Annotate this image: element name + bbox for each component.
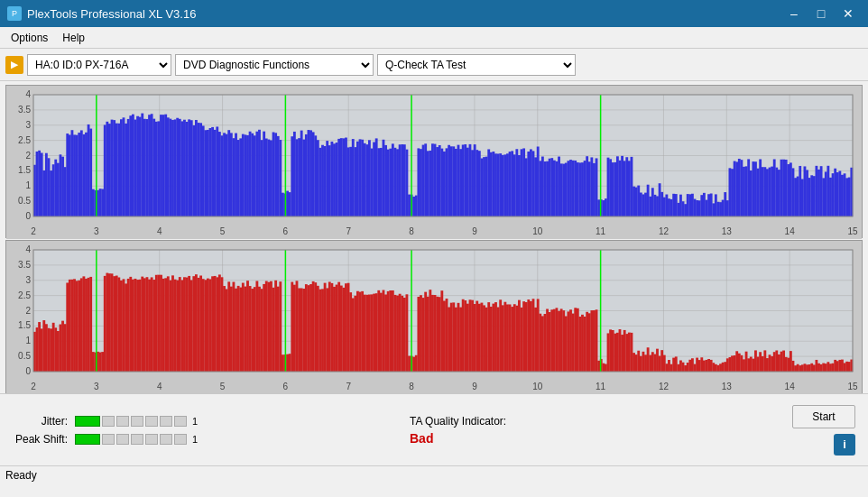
peak-shift-segment-filled <box>75 434 100 445</box>
jitter-bar: 1 <box>75 416 198 427</box>
peak-shift-seg-2 <box>102 434 115 445</box>
status-bar: Ready <box>0 465 868 483</box>
close-button[interactable]: ✕ <box>836 4 861 23</box>
jitter-seg-2 <box>102 416 115 427</box>
jitter-label: Jitter: <box>9 415 68 428</box>
menu-bar: Options Help <box>0 27 868 49</box>
peak-shift-seg-6 <box>160 434 172 445</box>
drive-select[interactable]: HA:0 ID:0 PX-716A <box>27 54 171 76</box>
bottom-chart-canvas <box>6 241 862 394</box>
app-icon: P <box>7 6 22 21</box>
start-button[interactable]: Start <box>792 405 855 428</box>
top-chart-canvas <box>6 86 862 239</box>
peak-shift-seg-3 <box>116 434 129 445</box>
jitter-value: 1 <box>192 416 198 427</box>
drive-selector-group: ▶ HA:0 ID:0 PX-716A <box>5 54 171 76</box>
peak-shift-row: Peak Shift: 1 <box>9 433 392 446</box>
minimize-button[interactable]: – <box>781 4 807 23</box>
drive-icon: ▶ <box>5 56 23 74</box>
info-button[interactable]: i <box>834 434 855 456</box>
ta-quality-label: TA Quality Indicator: <box>410 415 792 428</box>
ta-quality-section: TA Quality Indicator: Bad <box>392 415 792 446</box>
test-select[interactable]: Q-Check TA Test <box>377 54 576 76</box>
bottom-panel: Jitter: 1 Peak Shift: <box>0 393 868 465</box>
bottom-chart-container <box>5 240 863 393</box>
function-select[interactable]: DVD Diagnostic Functions <box>175 54 374 76</box>
charts-area <box>0 81 868 393</box>
peak-shift-label: Peak Shift: <box>9 433 68 446</box>
peak-shift-seg-7 <box>174 434 187 445</box>
jitter-row: Jitter: 1 <box>9 415 392 428</box>
title-bar-title: PlexTools Professional XL V3.16 <box>27 7 196 21</box>
jitter-seg-7 <box>174 416 187 427</box>
meters-section: Jitter: 1 Peak Shift: <box>9 415 392 446</box>
title-bar-controls: – □ ✕ <box>781 4 861 23</box>
jitter-seg-5 <box>145 416 158 427</box>
peak-shift-bar: 1 <box>75 434 198 445</box>
peak-shift-value: 1 <box>192 434 198 445</box>
peak-shift-seg-5 <box>145 434 158 445</box>
menu-item-options[interactable]: Options <box>4 30 55 46</box>
jitter-seg-6 <box>160 416 172 427</box>
jitter-segment-filled <box>75 416 100 427</box>
ta-quality-value: Bad <box>410 431 792 446</box>
peak-shift-seg-4 <box>131 434 143 445</box>
maximize-button[interactable]: □ <box>808 4 834 23</box>
top-chart-container <box>5 85 863 238</box>
status-text: Ready <box>5 469 37 482</box>
jitter-seg-4 <box>131 416 143 427</box>
start-section: Start i <box>792 405 859 456</box>
menu-item-help[interactable]: Help <box>55 30 92 46</box>
toolbar: ▶ HA:0 ID:0 PX-716A DVD Diagnostic Funct… <box>0 49 868 81</box>
title-bar: P PlexTools Professional XL V3.16 – □ ✕ <box>0 0 868 27</box>
jitter-seg-3 <box>116 416 129 427</box>
